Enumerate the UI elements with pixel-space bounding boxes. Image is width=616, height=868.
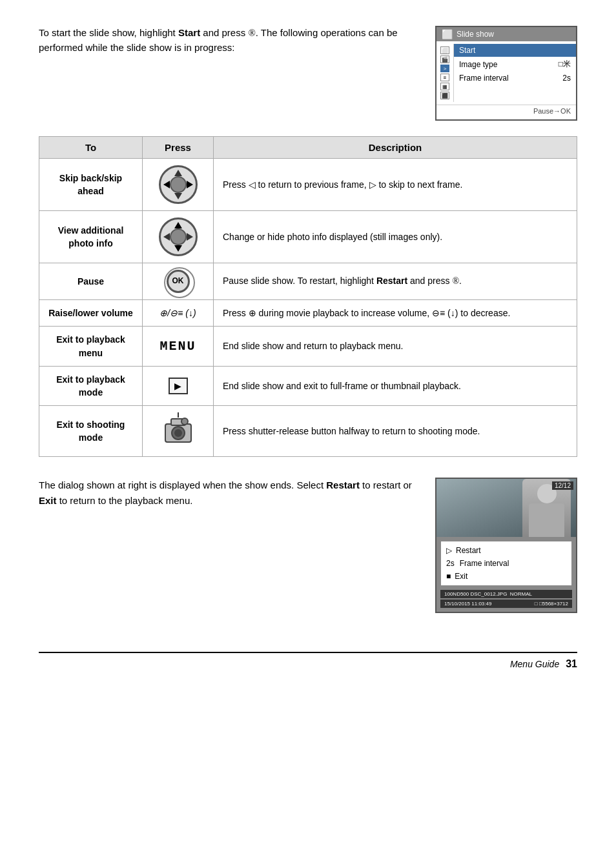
action-view-photo-info: View additional photo info bbox=[39, 211, 143, 263]
desc-volume: Press ⊕ during movie playback to increas… bbox=[214, 300, 577, 327]
restart-label: Restart bbox=[456, 546, 481, 555]
page-footer: Menu Guide 31 bbox=[39, 652, 577, 670]
arrow-left-icon bbox=[163, 181, 170, 188]
exit-label: Exit bbox=[455, 572, 467, 581]
outro-text: The dialog shown at right is displayed w… bbox=[39, 478, 416, 509]
outro-paragraph: The dialog shown at right is displayed w… bbox=[39, 478, 416, 509]
dpad-leftright-icon bbox=[159, 165, 198, 204]
table-header-press: Press bbox=[143, 137, 214, 159]
action-exit-playback-menu: Exit to playback menu bbox=[39, 327, 143, 367]
table-row: Exit to shooting mode bbox=[39, 406, 577, 456]
slideshow-title: Slide show bbox=[457, 30, 494, 39]
end-dialog-exit-row: ■ Exit bbox=[441, 570, 571, 583]
desc-view-photo-info: Change or hide photo info displayed (sti… bbox=[214, 211, 577, 263]
slideshow-start-row: Start bbox=[454, 44, 576, 57]
arrow-up-icon bbox=[174, 170, 182, 176]
press-volume: ⊕/⊖≡ (↓) bbox=[143, 300, 214, 327]
dpad-ring bbox=[159, 165, 198, 204]
press-ok: OK bbox=[143, 263, 214, 300]
slideshow-interval-value: 2s bbox=[562, 74, 571, 83]
slideshow-ui-body: ⬜ 🎬 > ≡ ▦ ⬛ Start Image type □米 bbox=[436, 41, 576, 119]
footer-text: Menu Guide bbox=[510, 659, 559, 669]
press-playback: ▶ bbox=[143, 366, 214, 406]
info-date: 15/10/2015 11:03:49 bbox=[444, 601, 491, 607]
table-row: Pause OK Pause slide show. To restart, h… bbox=[39, 263, 577, 300]
press-dpad-lr bbox=[143, 159, 214, 211]
end-dialog-counter: 12/12 bbox=[552, 481, 573, 490]
press-shutter bbox=[143, 406, 214, 456]
end-dialog-menu: ▷ Restart 2s Frame interval ■ Exit bbox=[440, 541, 572, 586]
action-volume: Raise/lower volume bbox=[39, 300, 143, 327]
interval-label: Frame interval bbox=[460, 559, 509, 568]
action-exit-playback-mode: Exit to playback mode bbox=[39, 366, 143, 406]
playback-button-icon: ▶ bbox=[169, 378, 188, 394]
intro-section: To start the slide show, highlight Start… bbox=[39, 26, 577, 121]
operations-table: To Press Description Skip back/skip ahea… bbox=[39, 136, 577, 457]
slideshow-imagetype-row: Image type □米 bbox=[454, 57, 576, 72]
slideshow-interval-label: Frame interval bbox=[459, 74, 509, 83]
slideshow-start-label: Start bbox=[459, 46, 475, 55]
arrow-down-icon bbox=[174, 193, 182, 199]
table-header-to: To bbox=[39, 137, 143, 159]
info-left: 100ND500 DSC_0012.JPG NORMAL bbox=[444, 591, 532, 597]
svg-point-2 bbox=[181, 418, 188, 425]
end-dialog-restart-row: ▷ Restart bbox=[441, 544, 571, 557]
table-row: Exit to playback mode ▶ End slide show a… bbox=[39, 366, 577, 406]
table-row: Skip back/skip ahead Press ◁ to return t… bbox=[39, 159, 577, 211]
desc-skip: Press ◁ to return to previous frame, ▷ t… bbox=[214, 159, 577, 211]
end-dialog-interval-row: 2s Frame interval bbox=[441, 557, 571, 570]
end-dialog-info-bar: 100ND500 DSC_0012.JPG NORMAL bbox=[440, 590, 572, 598]
slideshow-interval-row: Frame interval 2s bbox=[454, 72, 576, 85]
table-row: View additional photo info Change or hid… bbox=[39, 211, 577, 263]
desc-pause: Pause slide show. To restart, highlight … bbox=[214, 263, 577, 300]
end-dialog-photo: 12/12 bbox=[436, 479, 576, 537]
interval-prefix: 2s bbox=[446, 559, 455, 568]
dpad-ring-ud bbox=[159, 217, 198, 256]
slideshow-title-bar: ⬜ Slide show bbox=[436, 27, 576, 41]
ok-button-icon: OK bbox=[167, 270, 190, 293]
table-row: Exit to playback menu MENU End slide sho… bbox=[39, 327, 577, 367]
press-dpad-ud bbox=[143, 211, 214, 263]
svg-point-4 bbox=[174, 429, 182, 437]
desc-exit-playback-menu: End slide show and return to playback me… bbox=[214, 327, 577, 367]
arrow-up-ud-icon bbox=[174, 222, 182, 228]
intro-text-content: To start the slide show, highlight Start… bbox=[39, 27, 398, 53]
intro-text: To start the slide show, highlight Start… bbox=[39, 26, 416, 55]
arrow-left-ud-icon bbox=[163, 233, 170, 241]
table-row: Raise/lower volume ⊕/⊖≡ (↓) Press ⊕ duri… bbox=[39, 300, 577, 327]
desc-exit-shooting: Press shutter-release button halfway to … bbox=[214, 406, 577, 456]
arrow-right-icon bbox=[187, 181, 193, 188]
arrow-right-ud-icon bbox=[187, 233, 193, 241]
action-pause: Pause bbox=[39, 263, 143, 300]
playback-triangle-icon: ▶ bbox=[174, 379, 181, 392]
volume-icon: ⊕/⊖≡ (↓) bbox=[159, 308, 196, 318]
table-header-description: Description bbox=[214, 137, 577, 159]
shutter-svg bbox=[162, 412, 194, 446]
action-exit-shooting: Exit to shooting mode bbox=[39, 406, 143, 456]
press-menu: MENU bbox=[143, 327, 214, 367]
end-dialog-ui: 12/12 ▷ Restart 2s Frame interval ■ Exit… bbox=[435, 478, 577, 613]
action-skip: Skip back/skip ahead bbox=[39, 159, 143, 211]
slideshow-imagetype-label: Image type bbox=[459, 60, 497, 69]
info-size: □ □5568×3712 bbox=[535, 601, 568, 607]
exit-icon: ■ bbox=[446, 572, 451, 581]
slideshow-ui-mockup: ⬜ Slide show ⬜ 🎬 > ≡ ▦ ⬛ Start bbox=[435, 26, 577, 121]
slideshow-pause-hint: Pause→OK bbox=[436, 105, 576, 117]
dpad-updown-icon bbox=[159, 217, 198, 256]
menu-label-icon: MENU bbox=[159, 339, 196, 354]
end-dialog-info-bar-2: 15/10/2015 11:03:49 □ □5568×3712 bbox=[440, 600, 572, 608]
restart-icon: ▷ bbox=[446, 546, 452, 555]
outro-section: The dialog shown at right is displayed w… bbox=[39, 478, 577, 613]
ok-label: OK bbox=[172, 276, 184, 287]
slideshow-imagetype-value: □米 bbox=[559, 59, 571, 70]
footer-page-number: 31 bbox=[566, 658, 577, 670]
shutter-icon bbox=[162, 412, 194, 446]
arrow-down-ud-icon bbox=[174, 245, 182, 252]
desc-exit-playback-mode: End slide show and exit to full-frame or… bbox=[214, 366, 577, 406]
